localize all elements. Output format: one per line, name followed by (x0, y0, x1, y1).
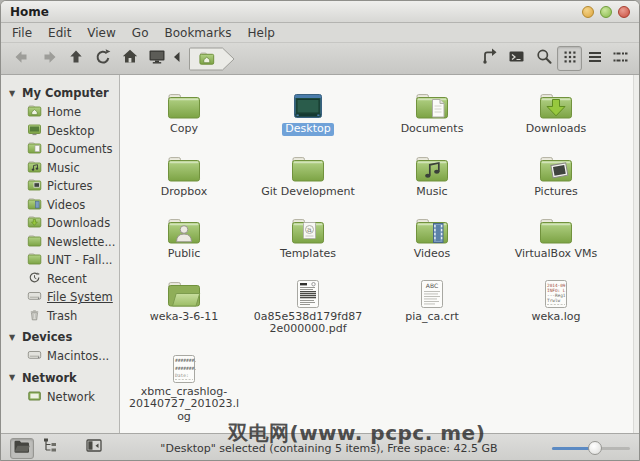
file-label: Downloads (526, 123, 586, 136)
folder-music-icon (414, 150, 450, 184)
sb-folder-dl-icon (27, 215, 47, 231)
folder-icon (166, 87, 202, 121)
file-item-pia-ca-crt[interactable]: ABCpia_ca.crt (370, 275, 494, 336)
edit-location-icon (478, 45, 502, 73)
folder-icon (290, 150, 326, 184)
sidebar-item-macintos[interactable]: Macintos... (1, 347, 119, 366)
collapse-breadcrumbs-icon (165, 45, 189, 73)
menu-file[interactable]: File (4, 25, 40, 41)
sidebar-item-label: Network (47, 390, 95, 404)
sidebar-section-devices[interactable]: ▼Devices (1, 327, 119, 347)
sidebar-item-trash[interactable]: Trash (1, 307, 119, 326)
file-view[interactable]: CopyDesktopDocumentsDownloadsDropboxGit … (120, 75, 639, 433)
file-item-documents[interactable]: Documents (370, 87, 494, 136)
icon-view-button[interactable] (557, 46, 582, 71)
file-log-icon: 2014-09INFO: L---Reg1Trwlw (544, 275, 568, 309)
list-view-button[interactable] (582, 46, 607, 71)
file-item-templates[interactable]: aTemplates (246, 212, 370, 261)
back-icon (10, 45, 34, 73)
file-item-weka-log[interactable]: 2014-09INFO: L---Reg1Trwlwweka.log (494, 275, 618, 336)
chevron-down-icon[interactable]: ▼ (9, 89, 22, 98)
file-item-pictures[interactable]: Pictures (494, 150, 618, 199)
refresh-icon (91, 45, 115, 73)
collapse-breadcrumbs-button[interactable] (170, 46, 184, 71)
sidebar-section-my-computer[interactable]: ▼My Computer (1, 83, 119, 103)
file-item-virtualbox-vms[interactable]: VirtualBox VMs (494, 212, 618, 261)
file-label: Pictures (534, 186, 578, 199)
sidebar-item-label: Newslette... (47, 235, 115, 249)
sidebar-item-downloads[interactable]: Downloads (1, 214, 119, 233)
refresh-button[interactable] (89, 46, 116, 71)
file-label: 0a85e538d179fd872e000000.pdf (252, 311, 364, 336)
file-label: VirtualBox VMs (515, 248, 598, 261)
sidebar-item-desktop[interactable]: Desktop (1, 122, 119, 141)
places-button[interactable] (10, 438, 34, 459)
file-item-dropbox[interactable]: Dropbox (122, 150, 246, 199)
folder-downloads-icon (538, 87, 574, 121)
file-item-desktop[interactable]: Desktop (246, 87, 370, 136)
menu-go[interactable]: Go (124, 25, 157, 41)
sidebar-item-label: Trash (47, 309, 77, 323)
file-label: pia_ca.crt (405, 311, 458, 324)
minimize-button[interactable] (582, 6, 594, 18)
menu-bookmarks[interactable]: Bookmarks (156, 25, 239, 41)
window-controls (582, 6, 630, 18)
zoom-slider[interactable] (552, 440, 630, 456)
sidebar-item-music[interactable]: Music (1, 159, 119, 178)
file-item-xbmc-crashlog-20140727-201023-log[interactable]: #######.#######.Date:xbmc_crashlog-20140… (122, 350, 246, 424)
file-label: xbmc_crashlog-20140727_201023.log (128, 386, 240, 424)
sb-desktop-icon (27, 123, 47, 139)
file-item-copy[interactable]: Copy (122, 87, 246, 136)
treeview-button[interactable] (39, 438, 63, 459)
icon-grid: CopyDesktopDocumentsDownloadsDropboxGit … (122, 87, 639, 423)
file-item-music[interactable]: Music (370, 150, 494, 199)
sidebar-item-file-system[interactable]: File System (1, 288, 119, 307)
sidebar-item-pictures[interactable]: Pictures (1, 177, 119, 196)
sidebar-item-network[interactable]: Network (1, 388, 119, 407)
sidebar-item-newslette[interactable]: Newslette... (1, 233, 119, 252)
terminal-button[interactable] (503, 46, 530, 71)
compact-view-button[interactable] (607, 46, 632, 71)
sb-folder-icon (27, 252, 47, 268)
file-item-git-development[interactable]: Git Development (246, 150, 370, 199)
search-button[interactable] (530, 46, 557, 71)
places-icon (10, 434, 34, 461)
terminal-icon (505, 45, 529, 73)
folder-videos-icon (414, 212, 450, 246)
sidebar-item-recent[interactable]: Recent (1, 270, 119, 289)
file-item-weka-3-6-11[interactable]: weka-3-6-11 (122, 275, 246, 336)
sidebar-item-unt-fall[interactable]: UNT - Fall... (1, 251, 119, 270)
menu-view[interactable]: View (79, 25, 123, 41)
file-item-public[interactable]: Public (122, 212, 246, 261)
menu-help[interactable]: Help (240, 25, 283, 41)
file-item-videos[interactable]: Videos (370, 212, 494, 261)
chevron-down-icon[interactable]: ▼ (9, 373, 22, 382)
file-item-0a85e538d179fd872e000000-pdf[interactable]: 0a85e538d179fd872e000000.pdf (246, 275, 370, 336)
sidebar-item-documents[interactable]: Documents (1, 140, 119, 159)
sb-home-icon (27, 104, 47, 120)
forward-button[interactable] (35, 46, 62, 71)
file-item-downloads[interactable]: Downloads (494, 87, 618, 136)
sb-folder-icon (27, 234, 47, 250)
sidebar-item-videos[interactable]: Videos (1, 196, 119, 215)
up-button[interactable] (62, 46, 89, 71)
sidebar-item-home[interactable]: Home (1, 103, 119, 122)
file-label: Templates (280, 248, 336, 261)
sb-folder-doc-icon (27, 141, 47, 157)
scrollbar-track[interactable] (633, 75, 639, 433)
sidebar-section-network[interactable]: ▼Network (1, 368, 119, 388)
svg-text:a: a (307, 225, 312, 234)
edit-location-button[interactable] (476, 46, 503, 71)
zoom-slider-handle[interactable] (588, 441, 602, 455)
icon-view-icon (558, 45, 582, 73)
chevron-down-icon[interactable]: ▼ (9, 333, 22, 342)
maximize-button[interactable] (600, 6, 612, 18)
back-button[interactable] (8, 46, 35, 71)
home-breadcrumb[interactable] (189, 46, 237, 72)
menu-edit[interactable]: Edit (40, 25, 79, 41)
home-button[interactable] (116, 46, 143, 71)
sidebar-item-label: Pictures (47, 179, 93, 193)
toggle-sidebar-button[interactable] (82, 438, 106, 459)
close-button[interactable] (618, 6, 630, 18)
titlebar[interactable]: Home (1, 1, 639, 23)
